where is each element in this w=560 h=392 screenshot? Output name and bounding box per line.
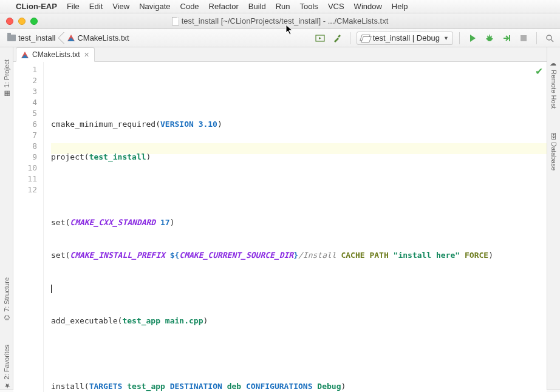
window-titlebar: test_install [~/CLionProjects/test_insta… xyxy=(0,13,560,29)
separator xyxy=(459,32,460,44)
breadcrumb-file[interactable]: CMakeLists.txt xyxy=(64,32,135,44)
debug-button[interactable] xyxy=(483,32,496,45)
code-area[interactable]: cmake_minimum_required(VERSION 3.10) pro… xyxy=(44,62,547,392)
menu-view[interactable]: View xyxy=(112,2,129,11)
svg-rect-10 xyxy=(521,35,527,41)
window-title: test_install [~/CLionProjects/test_insta… xyxy=(0,16,560,25)
menu-file[interactable]: File xyxy=(67,2,80,11)
toolbar: test_install CMakeLists.txt test_install… xyxy=(0,29,560,47)
svg-line-12 xyxy=(551,39,553,42)
macos-menubar: CLion-EAP File Edit View Navigate Code R… xyxy=(0,0,560,13)
search-everywhere-button[interactable] xyxy=(543,32,556,45)
run-with-coverage-button[interactable] xyxy=(500,32,513,45)
configuration-icon xyxy=(361,35,369,42)
stop-button[interactable] xyxy=(517,32,530,45)
menu-code[interactable]: Code xyxy=(180,2,199,11)
menu-help[interactable]: Help xyxy=(392,2,408,11)
file-icon xyxy=(172,17,179,25)
editor-tab-cmakelists[interactable]: CMakeLists.txt ✕ xyxy=(16,47,95,62)
tab-label: CMakeLists.txt xyxy=(32,50,80,59)
svg-marker-2 xyxy=(470,35,476,42)
cmake-icon xyxy=(21,52,29,58)
separator xyxy=(536,32,537,44)
svg-point-11 xyxy=(547,35,551,40)
traffic-lights xyxy=(6,18,38,25)
toolbar-right: test_install | Debug ▼ xyxy=(313,32,556,45)
text-caret xyxy=(51,285,52,293)
menu-tools[interactable]: Tools xyxy=(300,2,318,11)
tool-window-project[interactable]: ▦1: Project xyxy=(2,59,10,98)
app-name[interactable]: CLion-EAP xyxy=(16,2,57,11)
dropdown-triangle-icon: ▼ xyxy=(443,35,449,41)
close-window-button[interactable] xyxy=(6,18,13,25)
build-button[interactable] xyxy=(313,32,327,45)
main-body: ▦1: Project ⌬7: Structure ★2: Favorites … xyxy=(0,47,560,390)
breadcrumb-root-label: test_install xyxy=(18,33,55,42)
hammer-build-icon[interactable] xyxy=(330,32,344,45)
run-config-label: test_install | Debug xyxy=(373,33,440,42)
separator xyxy=(350,32,350,44)
close-tab-icon[interactable]: ✕ xyxy=(84,51,89,59)
folder-icon xyxy=(7,35,16,41)
menu-vcs[interactable]: VCS xyxy=(328,2,344,11)
menu-refactor[interactable]: Refactor xyxy=(209,2,239,11)
menu-window[interactable]: Window xyxy=(354,2,382,11)
tool-window-structure[interactable]: ⌬7: Structure xyxy=(2,277,10,320)
breadcrumb-root[interactable]: test_install xyxy=(4,32,61,44)
editor-tabs: CMakeLists.txt ✕ xyxy=(13,47,547,62)
tool-window-remote-host[interactable]: ☁Remote Host xyxy=(550,59,558,109)
svg-marker-1 xyxy=(319,37,321,39)
right-tool-rail: ☁Remote Host 🗄Database xyxy=(547,47,560,390)
tool-window-favorites[interactable]: ★2: Favorites xyxy=(2,345,10,390)
cmake-icon xyxy=(67,35,75,41)
svg-line-8 xyxy=(491,36,492,37)
line-gutter: 123456789101112 xyxy=(13,62,44,392)
code-editor[interactable]: ✔ 123456789101112 cmake_minimum_required… xyxy=(13,62,547,392)
menu-navigate[interactable]: Navigate xyxy=(139,2,170,11)
breadcrumb-file-label: CMakeLists.txt xyxy=(77,33,129,42)
run-configuration-selector[interactable]: test_install | Debug ▼ xyxy=(357,32,453,45)
menu-run[interactable]: Run xyxy=(276,2,290,11)
svg-line-7 xyxy=(487,36,488,37)
zoom-window-button[interactable] xyxy=(30,18,38,25)
svg-rect-9 xyxy=(509,35,510,41)
breadcrumb: test_install CMakeLists.txt xyxy=(4,32,313,44)
run-button[interactable] xyxy=(466,32,479,45)
tool-window-database[interactable]: 🗄Database xyxy=(550,133,558,171)
menu-edit[interactable]: Edit xyxy=(89,2,103,11)
left-tool-rail: ▦1: Project ⌬7: Structure ★2: Favorites xyxy=(0,47,13,390)
menu-build[interactable]: Build xyxy=(248,2,266,11)
editor-zone: CMakeLists.txt ✕ ✔ 123456789101112 cmake… xyxy=(13,47,547,390)
minimize-window-button[interactable] xyxy=(18,18,26,25)
